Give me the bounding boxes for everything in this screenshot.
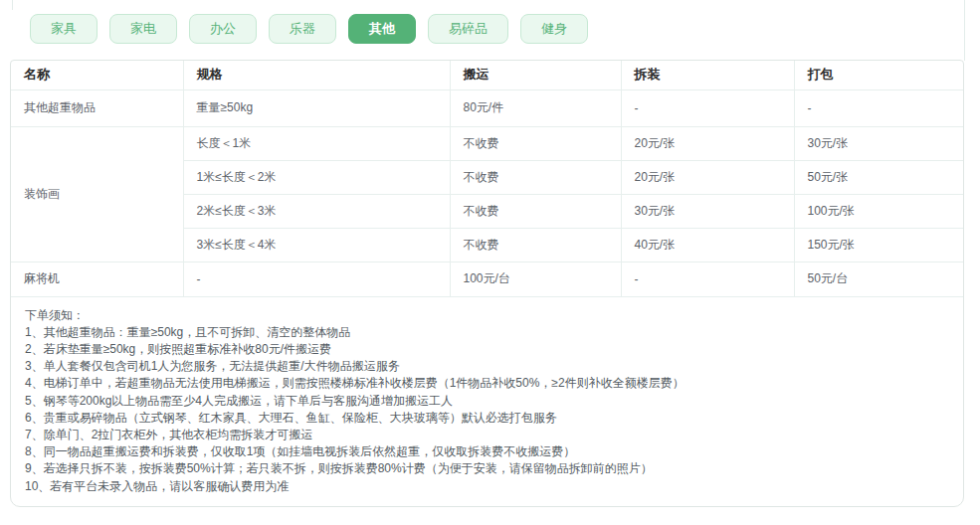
table-cell: 长度＜1米 <box>183 126 450 160</box>
tab-fragile[interactable]: 易碎品 <box>428 14 508 44</box>
table-row: 其他超重物品 重量≥50kg 80元/件 - - <box>11 89 963 126</box>
note-item-5: 5、钢琴等200kg以上物品需至少4人完成搬运，请下单后与客服沟通增加搬运工人 <box>25 393 947 410</box>
top-right-border-artifact <box>964 0 965 61</box>
category-tabs: 家具 家电 办公 乐器 其他 易碎品 健身 <box>30 14 588 44</box>
row-label: 其他超重物品 <box>11 89 183 126</box>
note-item-2: 2、若床垫重量≥50kg，则按照超重标准补收80元/件搬运费 <box>25 341 947 358</box>
note-item-10: 10、若有平台未录入物品，请以客服确认费用为准 <box>25 478 947 495</box>
order-notes: 下单须知： 1、其他超重物品：重量≥50kg，且不可拆卸、清空的整体物品 2、若… <box>11 297 963 495</box>
table-cell: 80元/件 <box>450 89 621 126</box>
row-label: 麻将机 <box>11 262 183 296</box>
tab-office[interactable]: 办公 <box>189 14 257 44</box>
note-item-6: 6、贵重或易碎物品（立式钢琴、红木家具、大理石、鱼缸、保险柜、大块玻璃等）默认必… <box>25 410 947 427</box>
note-item-1: 1、其他超重物品：重量≥50kg，且不可拆卸、清空的整体物品 <box>25 324 947 341</box>
note-item-4: 4、电梯订单中，若超重物品无法使用电梯搬运，则需按照楼梯标准补收楼层费（1件物品… <box>25 375 947 392</box>
table-header-row: 名称 规格 搬运 拆装 打包 <box>11 61 963 89</box>
tab-other-active[interactable]: 其他 <box>348 14 416 44</box>
table-cell: 50元/张 <box>794 160 963 194</box>
pricing-page: 家具 家电 办公 乐器 其他 易碎品 健身 名称 规格 搬运 拆装 打包 其他超… <box>0 0 980 525</box>
table-cell: 不收费 <box>450 194 621 228</box>
column-header-disassembly: 拆装 <box>621 61 794 89</box>
note-item-7: 7、除单门、2拉门衣柜外，其他衣柜均需拆装才可搬运 <box>25 427 947 443</box>
tab-instruments[interactable]: 乐器 <box>269 14 336 44</box>
tab-furniture[interactable]: 家具 <box>30 14 98 44</box>
note-item-9: 9、若选择只拆不装，按拆装费50%计算；若只装不拆，则按拆装费80%计费（为便于… <box>25 460 947 477</box>
table-cell: - <box>621 262 794 296</box>
notes-title: 下单须知： <box>25 307 947 324</box>
table-cell: - <box>794 89 963 126</box>
table-cell: 20元/张 <box>621 126 794 160</box>
table-cell: 重量≥50kg <box>183 89 450 126</box>
tab-fitness[interactable]: 健身 <box>520 14 588 44</box>
table-cell: - <box>621 89 794 126</box>
table-row: 麻将机 - 100元/台 - 50元/台 <box>11 262 963 296</box>
table-cell: 150元/张 <box>794 228 963 262</box>
note-item-8: 8、同一物品超重搬运费和拆装费，仅收取1项（如挂墙电视拆装后依然超重，仅收取拆装… <box>25 443 947 460</box>
column-header-name: 名称 <box>11 61 183 89</box>
pricing-table: 名称 规格 搬运 拆装 打包 其他超重物品 重量≥50kg 80元/件 - - … <box>11 61 963 297</box>
table-cell: 1米≤长度＜2米 <box>183 160 450 194</box>
pricing-card: 名称 规格 搬运 拆装 打包 其他超重物品 重量≥50kg 80元/件 - - … <box>10 60 964 507</box>
tab-appliances[interactable]: 家电 <box>109 14 177 44</box>
column-header-spec: 规格 <box>183 61 450 89</box>
table-cell: 40元/张 <box>621 228 794 262</box>
table-cell: 20元/张 <box>621 160 794 194</box>
top-left-border-artifact <box>12 0 13 10</box>
table-cell: 30元/张 <box>794 126 963 160</box>
table-cell: 不收费 <box>450 126 621 160</box>
table-cell: 3米≤长度＜4米 <box>183 228 450 262</box>
table-cell: 30元/张 <box>621 194 794 228</box>
table-cell: 100元/张 <box>794 194 963 228</box>
note-item-3: 3、单人套餐仅包含司机1人为您服务，无法提供超重/大件物品搬运服务 <box>25 358 947 375</box>
table-cell: 不收费 <box>450 228 621 262</box>
column-header-pack: 打包 <box>794 61 963 89</box>
table-cell: 50元/台 <box>794 262 963 296</box>
table-cell: 100元/台 <box>450 262 621 296</box>
column-header-move: 搬运 <box>450 61 621 89</box>
row-label-merged: 装饰画 <box>11 126 183 262</box>
table-cell: 不收费 <box>450 160 621 194</box>
table-cell: - <box>183 262 450 296</box>
table-row: 装饰画 长度＜1米 不收费 20元/张 30元/张 <box>11 126 963 160</box>
table-cell: 2米≤长度＜3米 <box>183 194 450 228</box>
